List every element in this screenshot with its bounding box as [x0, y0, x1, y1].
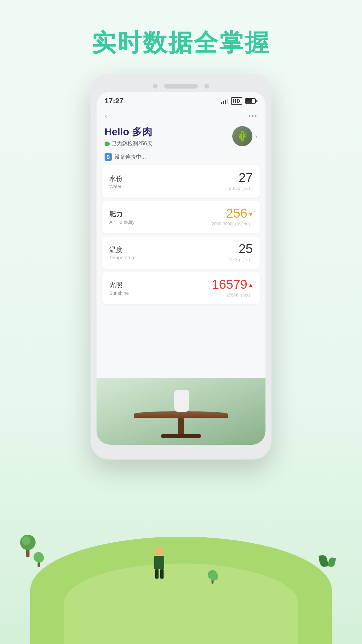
front-camera — [204, 84, 209, 89]
water-range: 20-50（%） — [229, 185, 253, 192]
phone-screen: 17:27 HD ‹ ••• — [97, 92, 265, 445]
table-base — [161, 434, 201, 438]
back-button[interactable]: ‹ — [105, 111, 108, 121]
temperature-card[interactable]: 温度 Temperature 25 10-35（℃） — [102, 236, 260, 269]
table-top — [134, 411, 228, 418]
water-card-left: 水份 Water — [109, 174, 123, 189]
plant-days: 已为您检测256天 — [105, 140, 232, 147]
plant-name: Hello 多肉 — [105, 125, 232, 139]
device-status-text: 设备连接中... — [115, 154, 146, 161]
leaf-icon — [104, 141, 110, 147]
table-bg — [97, 378, 265, 445]
sunshine-title-cn: 光照 — [109, 281, 129, 290]
more-button[interactable]: ••• — [248, 112, 257, 120]
phone-top-bar — [97, 80, 265, 92]
water-title-cn: 水份 — [109, 174, 123, 183]
grass-blob-secondary — [64, 564, 298, 644]
plant-text: Hello 多肉 已为您检测256天 — [105, 125, 232, 147]
temperature-title-en: Temperature — [109, 255, 136, 260]
plant-days-label: 已为您检测256天 — [111, 140, 153, 147]
left-small-tree — [34, 552, 44, 567]
status-icons: HD — [221, 97, 257, 105]
camera-dot — [153, 84, 158, 89]
device-icon: B — [105, 153, 112, 161]
speaker — [164, 84, 198, 89]
trend-down-icon — [249, 213, 253, 216]
plant-name-cn: 多肉 — [132, 126, 152, 137]
hd-badge: HD — [231, 97, 242, 105]
temperature-value: 25 — [229, 243, 253, 255]
fertilizer-title-en: Air Humidity — [109, 219, 134, 225]
water-value: 27 — [229, 171, 253, 184]
plant-avatar: 🌵 — [232, 126, 252, 146]
page-title: 实时数据全掌握 — [0, 0, 362, 59]
water-card[interactable]: 水份 Water 27 20-50（%） — [102, 165, 260, 198]
temperature-card-left: 温度 Temperature — [109, 245, 136, 260]
fertilizer-title-cn: 肥力 — [109, 210, 134, 219]
photo-section — [97, 378, 265, 445]
signal-icon — [221, 98, 228, 104]
fertilizer-card-left: 肥力 Air Humidity — [109, 210, 134, 225]
sunshine-card[interactable]: 光照 Sunshine 16579 25666（lux） — [102, 272, 260, 304]
ground-scene — [0, 503, 362, 644]
sunshine-title-en: Sunshine — [109, 290, 129, 296]
battery-icon — [245, 98, 257, 104]
plant-greeting: Hello — [105, 126, 129, 137]
trend-up-icon — [249, 284, 253, 287]
device-status: B 设备连接中... — [97, 151, 265, 165]
water-card-right: 27 20-50（%） — [229, 171, 253, 192]
sunshine-range: 25666（lux） — [212, 292, 253, 298]
fertilizer-card[interactable]: 肥力 Air Humidity 256 2000-3000（us/cm） — [102, 201, 260, 233]
temperature-range: 10-35（℃） — [229, 257, 253, 263]
chevron-right-icon: › — [255, 132, 257, 140]
phone-mockup: 17:27 HD ‹ ••• — [90, 74, 272, 460]
fertilizer-value: 256 — [212, 207, 253, 220]
sunshine-card-right: 16579 25666（lux） — [212, 278, 253, 298]
sunshine-card-left: 光照 Sunshine — [109, 281, 129, 296]
table-pedestal — [178, 418, 184, 435]
temperature-card-right: 25 10-35（℃） — [229, 243, 253, 263]
center-tree — [208, 570, 217, 584]
vase — [174, 390, 189, 412]
data-cards: 水份 Water 27 20-50（%） 肥力 Air Humidity 256 — [97, 165, 265, 304]
right-plant — [319, 555, 335, 567]
fertilizer-range: 2000-3000（us/cm） — [212, 221, 253, 227]
plant-avatar-wrap[interactable]: 🌵 › — [232, 126, 257, 146]
app-header: ‹ ••• — [97, 108, 265, 125]
person-figure — [154, 546, 164, 579]
temperature-title-cn: 温度 — [109, 245, 136, 254]
sunshine-value: 16579 — [212, 278, 253, 291]
plant-info: Hello 多肉 已为您检测256天 🌵 › — [97, 125, 265, 151]
fertilizer-card-right: 256 2000-3000（us/cm） — [212, 207, 253, 227]
status-bar: 17:27 HD — [97, 92, 265, 108]
water-title-en: Water — [109, 184, 123, 189]
status-time: 17:27 — [105, 97, 123, 105]
